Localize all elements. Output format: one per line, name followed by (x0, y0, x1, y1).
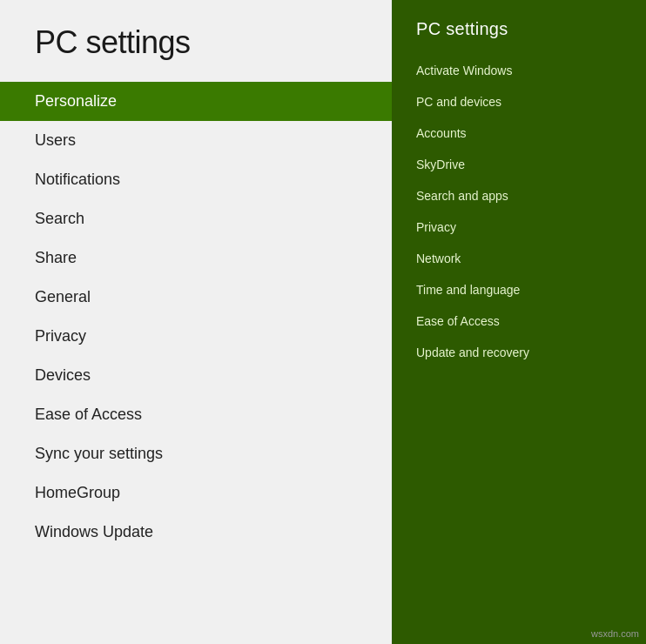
right-nav-item-update-and-recovery[interactable]: Update and recovery (392, 337, 646, 368)
right-panel-title: PC settings (416, 19, 622, 39)
right-nav-item-network[interactable]: Network (392, 243, 646, 274)
sidebar-item-general[interactable]: General (0, 278, 392, 317)
watermark: wsxdn.com (591, 628, 639, 639)
right-nav-item-accounts[interactable]: Accounts (392, 117, 646, 149)
sidebar-item-windows-update[interactable]: Windows Update (0, 513, 392, 552)
right-nav-item-skydrive[interactable]: SkyDrive (392, 149, 646, 180)
sidebar-item-notifications[interactable]: Notifications (0, 160, 392, 199)
page-title: PC settings (35, 24, 357, 61)
right-panel: PC settings Activate WindowsPC and devic… (392, 0, 646, 644)
sidebar-item-privacy[interactable]: Privacy (0, 317, 392, 356)
right-nav-item-time-and-language[interactable]: Time and language (392, 274, 646, 305)
right-nav-list: Activate WindowsPC and devicesAccountsSk… (392, 55, 646, 644)
sidebar-item-homegroup[interactable]: HomeGroup (0, 473, 392, 513)
right-nav-item-pc-and-devices[interactable]: PC and devices (392, 86, 646, 117)
left-panel: PC settings PersonalizeUsersNotification… (0, 0, 392, 644)
sidebar-item-ease-of-access[interactable]: Ease of Access (0, 395, 392, 434)
right-nav-item-search-and-apps[interactable]: Search and apps (392, 180, 646, 211)
left-nav-list: PersonalizeUsersNotificationsSearchShare… (0, 82, 392, 644)
sidebar-item-devices[interactable]: Devices (0, 356, 392, 395)
sidebar-item-personalize[interactable]: Personalize (0, 82, 392, 121)
sidebar-item-search[interactable]: Search (0, 199, 392, 238)
right-nav-item-activate-windows[interactable]: Activate Windows (392, 55, 646, 86)
right-nav-item-ease-of-access[interactable]: Ease of Access (392, 305, 646, 337)
right-title-area: PC settings (392, 0, 646, 55)
left-title-area: PC settings (0, 0, 392, 82)
sidebar-item-share[interactable]: Share (0, 238, 392, 278)
sidebar-item-users[interactable]: Users (0, 121, 392, 160)
right-nav-item-privacy[interactable]: Privacy (392, 211, 646, 243)
sidebar-item-sync-your-settings[interactable]: Sync your settings (0, 434, 392, 473)
